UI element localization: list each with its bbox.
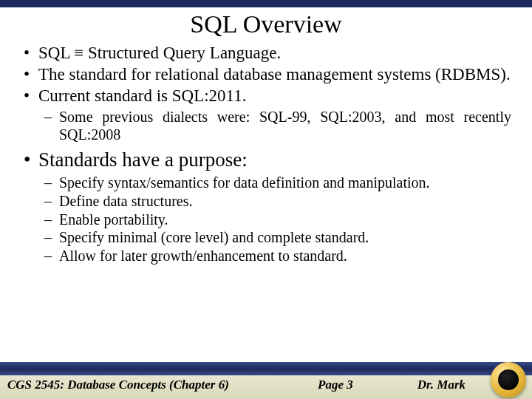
footer-page: Page 3	[318, 378, 353, 392]
bullet-item: The standard for relational database man…	[21, 64, 511, 84]
slide: SQL Overview SQL ≡ Structured Query Lang…	[0, 0, 532, 399]
footer-text: CGS 2545: Database Concepts (Chapter 6) …	[0, 375, 532, 399]
bullet-item: Standards have a purpose:	[21, 149, 511, 172]
footer-bar	[0, 362, 532, 375]
sub-bullet-item: Enable portability.	[21, 211, 511, 229]
sub-bullet-list: Some previous dialects were: SQL-99, SQL…	[21, 109, 511, 143]
sub-bullet-item: Some previous dialects were: SQL-99, SQL…	[21, 109, 511, 143]
bullet-item: SQL ≡ Structured Query Language.	[21, 43, 511, 63]
sub-bullet-item: Specify syntax/semantics for data defini…	[21, 174, 511, 192]
bullet-list: Standards have a purpose:	[21, 149, 511, 172]
bullet-item: Current standard is SQL:2011.	[21, 86, 511, 106]
sub-bullet-list: Specify syntax/semantics for data defini…	[21, 174, 511, 265]
footer: CGS 2545: Database Concepts (Chapter 6) …	[0, 362, 532, 399]
sub-bullet-item: Define data structures.	[21, 193, 511, 211]
footer-course: CGS 2545: Database Concepts (Chapter 6)	[7, 378, 229, 392]
bullet-list: SQL ≡ Structured Query Language. The sta…	[21, 43, 511, 106]
top-band	[0, 0, 532, 7]
slide-title: SQL Overview	[0, 10, 532, 38]
slide-content: SQL ≡ Structured Query Language. The sta…	[0, 43, 532, 362]
sub-bullet-item: Allow for later growth/enhancement to st…	[21, 248, 511, 265]
sub-bullet-item: Specify minimal (core level) and complet…	[21, 229, 511, 247]
university-logo-icon	[491, 362, 526, 398]
footer-author: Dr. Mark	[417, 378, 466, 392]
